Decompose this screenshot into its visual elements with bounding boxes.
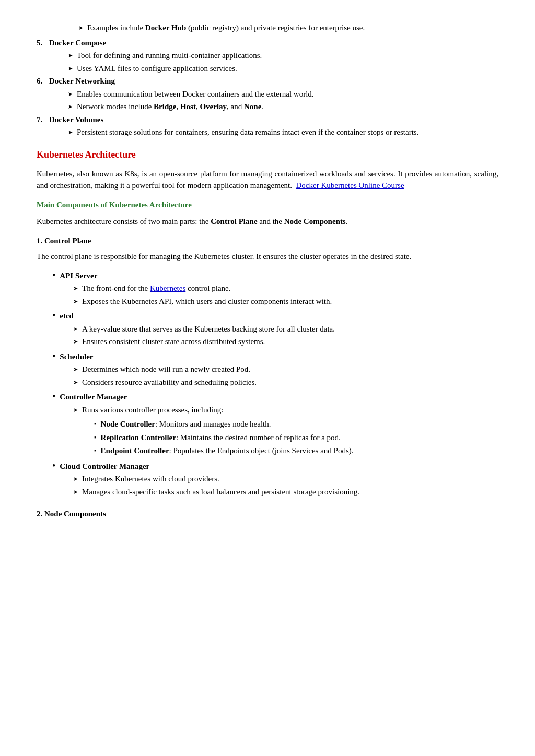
api-server-sub-1: The front-end for the Kubernetes control… <box>73 282 498 294</box>
item-5-sub-2: Uses YAML files to configure application… <box>68 63 498 75</box>
controller-manager-label: Controller Manager <box>60 391 127 403</box>
main-components-heading: Main Components of Kubernetes Architectu… <box>37 199 498 211</box>
item-7-label: Docker Volumes <box>49 114 103 126</box>
node-components-section: 2. Node Components <box>37 508 498 520</box>
docker-numbered-list-section: 5. Docker Compose Tool for defining and … <box>37 37 498 138</box>
cloud-controller-sub-2: Manages cloud-specific tasks such as loa… <box>73 486 498 498</box>
item-5-label: Docker Compose <box>49 37 106 49</box>
kubernetes-course-link[interactable]: Docker Kubernetes Online Course <box>296 181 404 190</box>
main-components-intro: Kubernetes architecture consists of two … <box>37 216 498 228</box>
kubernetes-heading: Kubernetes Architecture <box>37 148 498 162</box>
component-cloud-controller-manager: Cloud Controller Manager Integrates Kube… <box>52 460 498 499</box>
component-api-server: API Server The front-end for the Kuberne… <box>52 270 498 309</box>
api-server-label: API Server <box>60 270 97 282</box>
scheduler-label: Scheduler <box>60 351 93 363</box>
top-arrow-item-1: Examples include Docker Hub (public regi… <box>78 22 498 34</box>
kubernetes-section: Kubernetes Architecture Kubernetes, also… <box>37 148 498 520</box>
scheduler-sub-1: Determines which node will run a newly c… <box>73 363 498 375</box>
etcd-label: etcd <box>60 310 74 322</box>
item-7-sub-1: Persistent storage solutions for contain… <box>68 126 498 138</box>
node-controller: Node Controller: Monitors and manages no… <box>94 418 498 430</box>
control-plane-section: 1. Control Plane The control plane is re… <box>37 235 498 499</box>
list-item-6: 6. Docker Networking Enables communicati… <box>37 75 498 113</box>
item-7-num: 7. <box>37 114 46 126</box>
item-6-sub-2: Network modes include Bridge, Host, Over… <box>68 101 498 113</box>
etcd-sub-2: Ensures consistent cluster state across … <box>73 336 498 348</box>
component-controller-manager: Controller Manager Runs various controll… <box>52 391 498 458</box>
list-item-5: 5. Docker Compose Tool for defining and … <box>37 37 498 75</box>
component-scheduler: Scheduler Determines which node will run… <box>52 351 498 389</box>
item-5-num: 5. <box>37 37 46 49</box>
cloud-controller-manager-label: Cloud Controller Manager <box>60 460 149 473</box>
scheduler-sub-2: Considers resource availability and sche… <box>73 376 498 388</box>
item-6-sub-1: Enables communication between Docker con… <box>68 88 498 100</box>
kubernetes-intro: Kubernetes, also known as K8s, is an ope… <box>37 168 498 192</box>
node-components-heading: 2. Node Components <box>37 508 498 520</box>
control-plane-heading: 1. Control Plane <box>37 235 498 247</box>
kubernetes-link[interactable]: Kubernetes <box>150 284 185 292</box>
api-server-sub-2: Exposes the Kubernetes API, which users … <box>73 296 498 308</box>
top-arrow-section: Examples include Docker Hub (public regi… <box>37 22 498 34</box>
cloud-controller-sub-1: Integrates Kubernetes with cloud provide… <box>73 473 498 485</box>
item-5-sub-1: Tool for defining and running multi-cont… <box>68 50 498 62</box>
etcd-sub-1: A key-value store that serves as the Kub… <box>73 323 498 335</box>
control-plane-desc: The control plane is responsible for man… <box>37 251 498 263</box>
component-etcd: etcd A key-value store that serves as th… <box>52 310 498 349</box>
list-item-7: 7. Docker Volumes Persistent storage sol… <box>37 114 498 138</box>
item-6-num: 6. <box>37 75 46 87</box>
item-6-label: Docker Networking <box>49 75 115 87</box>
endpoint-controller: Endpoint Controller: Populates the Endpo… <box>94 445 498 457</box>
replication-controller: Replication Controller: Maintains the de… <box>94 432 498 444</box>
controller-manager-sub-1: Runs various controller processes, inclu… <box>73 404 498 416</box>
